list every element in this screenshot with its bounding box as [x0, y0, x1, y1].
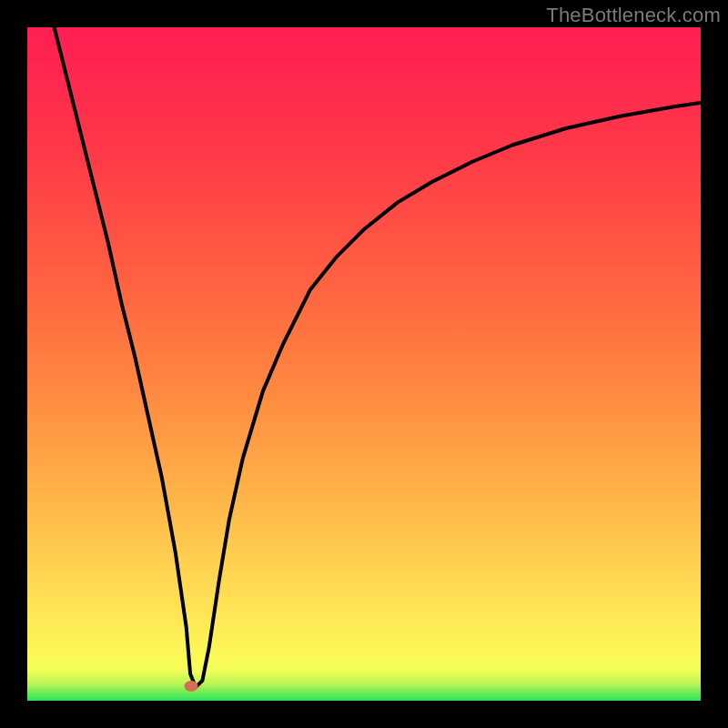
chart-frame: TheBottleneck.com	[0, 0, 728, 728]
optimum-marker	[184, 681, 197, 692]
watermark-text: TheBottleneck.com	[546, 4, 721, 27]
bottleneck-curve	[27, 27, 701, 701]
plot-area	[27, 27, 701, 701]
